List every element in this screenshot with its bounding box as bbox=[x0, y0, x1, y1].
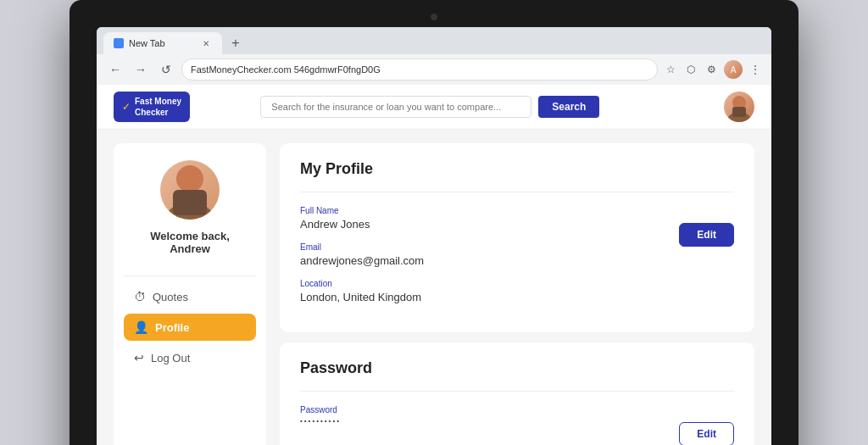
location-value: London, United Kingdom bbox=[300, 291, 662, 303]
logo-check-icon: ✓ bbox=[122, 101, 131, 113]
screen-bezel: New Tab ✕ + ← → ↺ FastMoneyChecker.com 5… bbox=[97, 27, 771, 445]
nav-icons-right: ☆ ⬡ ⚙ A ⋮ bbox=[663, 60, 763, 79]
tab-close-button[interactable]: ✕ bbox=[200, 37, 212, 49]
email-field: Email andrewjones@gmail.com bbox=[300, 242, 662, 267]
search-button[interactable]: Search bbox=[538, 96, 599, 118]
profile-card-title: My Profile bbox=[300, 160, 734, 178]
password-label: Password bbox=[300, 405, 662, 414]
full-name-label: Full Name bbox=[300, 206, 662, 215]
tab-bar: New Tab ✕ + bbox=[97, 27, 771, 54]
more-menu-icon[interactable]: ⋮ bbox=[748, 62, 763, 77]
profile-card-divider bbox=[300, 192, 734, 192]
full-name-field: Full Name Andrew Jones bbox=[300, 206, 662, 231]
password-field: Password •••••••••• bbox=[300, 405, 662, 425]
logout-label: Log Out bbox=[151, 352, 190, 364]
page-content: ✓ Fast Money Checker Search bbox=[97, 85, 771, 445]
profile-edit-button[interactable]: Edit bbox=[679, 223, 734, 247]
new-tab-button[interactable]: + bbox=[225, 33, 246, 53]
browser-profile-icon[interactable]: A bbox=[724, 60, 743, 79]
quotes-icon: ⏱ bbox=[134, 290, 146, 303]
extensions-icon[interactable]: ⚙ bbox=[704, 62, 719, 77]
email-value: andrewjones@gmail.com bbox=[300, 254, 662, 267]
location-label: Location bbox=[300, 279, 662, 288]
camera-notch bbox=[431, 14, 437, 20]
quotes-label: Quotes bbox=[153, 291, 188, 303]
sidebar-avatar bbox=[160, 160, 220, 220]
tab-favicon bbox=[114, 38, 124, 48]
browser-tab[interactable]: New Tab ✕ bbox=[103, 32, 222, 54]
cast-icon[interactable]: ⬡ bbox=[683, 62, 698, 77]
profile-fields-left: Full Name Andrew Jones Email andrewjones… bbox=[300, 206, 662, 315]
profile-icon: 👤 bbox=[134, 320, 148, 334]
sidebar-item-logout[interactable]: ↩ Log Out bbox=[124, 344, 256, 371]
address-text: FastMoneyChecker.com 546gdmwrF0fngD0G bbox=[191, 64, 381, 75]
profile-label: Profile bbox=[155, 321, 189, 334]
password-fields-group: Password •••••••••• Edit bbox=[300, 405, 734, 445]
password-edit-button[interactable]: Edit bbox=[679, 422, 734, 445]
sidebar-nav: ⏱ Quotes 👤 Profile ↩ Log Out bbox=[124, 283, 256, 371]
header-avatar[interactable] bbox=[724, 92, 754, 122]
tab-label: New Tab bbox=[129, 38, 165, 48]
password-card: Password Password •••••••••• Edit bbox=[280, 342, 754, 445]
sidebar: Welcome back, Andrew ⏱ Quotes 👤 Profi bbox=[114, 143, 266, 445]
profile-fields-group: Full Name Andrew Jones Email andrewjones… bbox=[300, 206, 734, 315]
location-field: Location London, United Kingdom bbox=[300, 279, 662, 303]
full-name-value: Andrew Jones bbox=[300, 218, 662, 231]
forward-button[interactable]: → bbox=[131, 59, 151, 80]
laptop: New Tab ✕ + ← → ↺ FastMoneyChecker.com 5… bbox=[70, 0, 798, 445]
address-bar[interactable]: FastMoneyChecker.com 546gdmwrF0fngD0G bbox=[181, 58, 658, 81]
main-layout: Welcome back, Andrew ⏱ Quotes 👤 Profi bbox=[97, 130, 771, 445]
profile-card: My Profile Full Name Andrew Jones Em bbox=[280, 143, 754, 332]
nav-bar: ← → ↺ FastMoneyChecker.com 546gdmwrF0fng… bbox=[97, 54, 771, 85]
browser-chrome: New Tab ✕ + ← → ↺ FastMoneyChecker.com 5… bbox=[97, 27, 771, 85]
sidebar-item-quotes[interactable]: ⏱ Quotes bbox=[124, 283, 256, 310]
search-input[interactable] bbox=[260, 96, 531, 118]
sidebar-item-profile[interactable]: 👤 Profile bbox=[124, 314, 256, 341]
svg-rect-2 bbox=[732, 107, 746, 117]
email-label: Email bbox=[300, 242, 662, 252]
app-header: ✓ Fast Money Checker Search bbox=[97, 85, 771, 130]
logout-icon: ↩ bbox=[134, 351, 144, 364]
password-value: •••••••••• bbox=[300, 417, 662, 425]
svg-rect-5 bbox=[173, 190, 207, 215]
sidebar-divider bbox=[124, 275, 256, 276]
logo-text: Fast Money Checker bbox=[135, 96, 181, 118]
main-content: My Profile Full Name Andrew Jones Em bbox=[280, 143, 754, 445]
back-button[interactable]: ← bbox=[105, 59, 125, 80]
search-container: Search bbox=[260, 96, 599, 118]
password-fields-left: Password •••••••••• bbox=[300, 405, 662, 437]
password-card-title: Password bbox=[300, 359, 734, 377]
password-card-divider bbox=[300, 391, 734, 392]
welcome-text: Welcome back, Andrew bbox=[150, 230, 230, 255]
laptop-body: New Tab ✕ + ← → ↺ FastMoneyChecker.com 5… bbox=[70, 0, 798, 445]
logo: ✓ Fast Money Checker bbox=[114, 92, 190, 122]
reload-button[interactable]: ↺ bbox=[156, 59, 176, 80]
bookmark-icon[interactable]: ☆ bbox=[663, 62, 678, 77]
svg-point-3 bbox=[176, 165, 203, 192]
